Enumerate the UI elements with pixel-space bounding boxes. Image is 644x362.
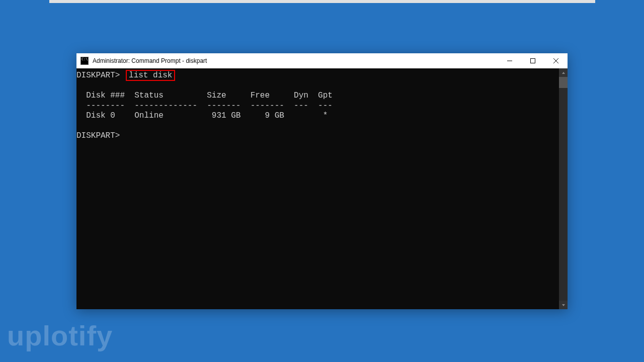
terminal-output[interactable]: DISKPART> list disk Disk ### Status Size…	[76, 68, 559, 309]
chevron-up-icon	[561, 71, 566, 75]
terminal-area: DISKPART> list disk Disk ### Status Size…	[76, 68, 568, 309]
background-top-bar	[49, 0, 595, 3]
maximize-button[interactable]	[521, 53, 544, 68]
cmd-icon	[80, 57, 89, 65]
prompt-1: DISKPART>	[76, 71, 120, 80]
scroll-thumb[interactable]	[559, 77, 568, 88]
command-prompt-window: Administrator: Command Prompt - diskpart…	[76, 53, 568, 309]
watermark-text: uplotify	[7, 319, 113, 352]
table-row: Disk 0 Online 931 GB 9 GB *	[76, 111, 328, 120]
scroll-down-button[interactable]	[559, 301, 568, 309]
vertical-scrollbar[interactable]	[559, 68, 568, 309]
svg-marker-5	[562, 304, 565, 306]
table-header: Disk ### Status Size Free Dyn Gpt	[76, 91, 333, 100]
svg-rect-1	[531, 59, 535, 63]
window-controls	[498, 53, 568, 68]
chevron-down-icon	[561, 303, 566, 307]
minimize-button[interactable]	[498, 53, 521, 68]
scroll-up-button[interactable]	[559, 68, 568, 77]
close-button[interactable]	[544, 53, 568, 68]
titlebar[interactable]: Administrator: Command Prompt - diskpart	[76, 53, 568, 68]
maximize-icon	[530, 58, 535, 63]
close-icon	[553, 58, 558, 63]
window-title: Administrator: Command Prompt - diskpart	[93, 57, 498, 64]
svg-marker-4	[562, 72, 565, 74]
prompt-2: DISKPART>	[76, 131, 120, 140]
command-highlight: list disk	[126, 70, 175, 81]
minimize-icon	[507, 58, 512, 63]
table-divider: -------- ------------- ------- ------- -…	[76, 101, 333, 110]
